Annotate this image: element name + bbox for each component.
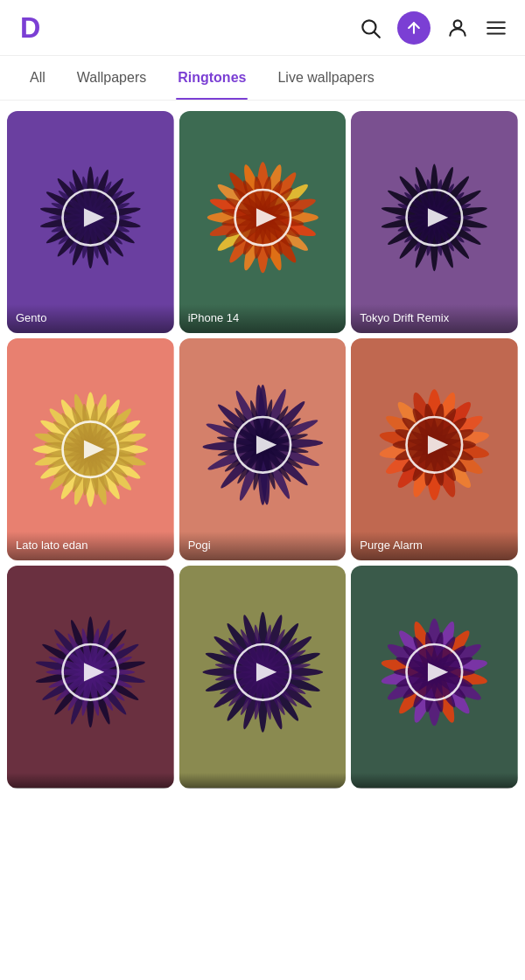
item-label: Gento xyxy=(7,304,174,333)
svg-text:D: D xyxy=(20,12,40,44)
menu-icon[interactable] xyxy=(485,17,508,39)
list-item[interactable] xyxy=(351,566,518,788)
list-item[interactable]: Tokyo Drift Remix xyxy=(351,111,518,333)
list-item[interactable]: Purge Alarm xyxy=(351,338,518,560)
item-label: iPhone 14 xyxy=(179,304,346,333)
tab-all[interactable]: All xyxy=(14,56,61,100)
item-label xyxy=(351,773,518,789)
item-label: Purge Alarm xyxy=(351,532,518,560)
nav-tabs: All Wallpapers Ringtones Live wallpapers xyxy=(0,56,525,101)
account-icon[interactable] xyxy=(446,17,469,39)
list-item[interactable] xyxy=(179,566,346,788)
upload-button[interactable] xyxy=(397,11,430,45)
item-label xyxy=(7,773,174,789)
ringtones-grid: Gento xyxy=(0,101,525,799)
tab-wallpapers[interactable]: Wallpapers xyxy=(61,56,162,100)
tab-live-wallpapers[interactable]: Live wallpapers xyxy=(262,56,389,100)
list-item[interactable] xyxy=(7,566,174,788)
logo[interactable]: D xyxy=(18,10,52,45)
header: D xyxy=(0,0,525,56)
svg-point-4 xyxy=(454,20,462,28)
svg-line-2 xyxy=(374,31,380,37)
search-icon[interactable] xyxy=(359,17,382,39)
tab-ringtones[interactable]: Ringtones xyxy=(162,56,262,100)
list-item[interactable]: Lato lato edan xyxy=(7,338,174,560)
item-label xyxy=(179,773,346,789)
list-item[interactable]: Pogi xyxy=(179,338,346,560)
item-label: Pogi xyxy=(179,532,346,560)
list-item[interactable]: iPhone 14 xyxy=(179,111,346,333)
header-icons xyxy=(359,11,508,45)
item-label: Tokyo Drift Remix xyxy=(351,304,518,333)
list-item[interactable]: Gento xyxy=(7,111,174,333)
item-label: Lato lato edan xyxy=(7,532,174,560)
